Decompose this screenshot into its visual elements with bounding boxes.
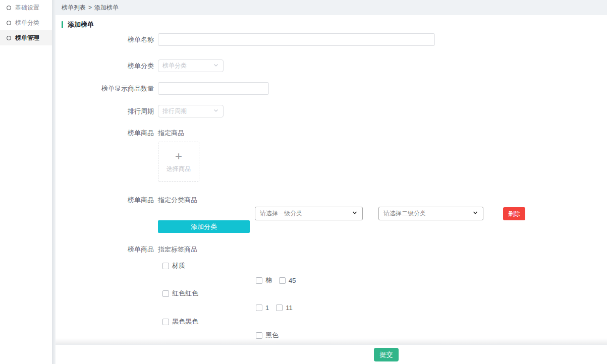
breadcrumb-separator: > <box>88 4 92 11</box>
goods-label-assign: 榜单商品 <box>56 129 154 137</box>
goods-label-category: 榜单商品 <box>56 196 154 204</box>
footer-shadow <box>56 338 607 344</box>
sidebar-item-label: 榜单分类 <box>15 19 39 27</box>
breadcrumb: 榜单列表 > 添加榜单 <box>56 0 607 15</box>
checkbox[interactable] <box>256 305 262 311</box>
plus-icon: + <box>175 151 182 162</box>
sidebar-content-divider <box>52 0 56 364</box>
sidebar-item-label: 基础设置 <box>15 4 39 12</box>
ranking-category-placeholder: 榜单分类 <box>162 62 187 70</box>
checkbox-label: 11 <box>286 304 293 312</box>
ranking-category-label: 榜单分类 <box>56 59 154 72</box>
tag-group-parent-row: 黑色黑色 <box>162 318 198 325</box>
select-goods-picker[interactable]: + 选择商品 <box>158 142 199 182</box>
page-title: 添加榜单 <box>62 20 94 29</box>
tag-group-parent-row: 红色红色 <box>162 290 198 297</box>
sidebar-item-basic-settings[interactable]: 基础设置 <box>0 0 52 15</box>
page-title-text: 添加榜单 <box>68 20 94 29</box>
add-category-button[interactable]: 添加分类 <box>158 220 250 233</box>
sidebar: 基础设置 榜单分类 榜单管理 <box>0 0 52 364</box>
tag-checkbox-item: 棉 <box>256 276 272 285</box>
sidebar-item-ranking-category[interactable]: 榜单分类 <box>0 15 52 30</box>
category-goods-sublabel: 指定分类商品 <box>158 196 197 204</box>
sidebar-item-ranking-management[interactable]: 榜单管理 <box>0 30 52 45</box>
checkbox-label: 棉 <box>265 276 272 285</box>
display-count-label: 榜单显示商品数量 <box>56 82 154 95</box>
tag-checkbox-item: 材质 <box>162 261 185 270</box>
ranking-category-select[interactable]: 榜单分类 <box>158 59 224 72</box>
checkbox-label: 黑色黑色 <box>172 317 198 326</box>
level1-category-placeholder: 请选择一级分类 <box>260 209 302 218</box>
sidebar-item-label: 榜单管理 <box>15 34 39 42</box>
checkbox[interactable] <box>162 263 169 269</box>
tag-checkbox-item: 11 <box>276 304 293 312</box>
ranking-name-label: 榜单名称 <box>56 33 154 46</box>
ranking-cycle-select[interactable]: 排行周期 <box>158 105 224 117</box>
checkbox-label: 材质 <box>172 261 185 270</box>
checkbox[interactable] <box>162 290 169 297</box>
checkbox[interactable] <box>256 277 262 284</box>
circle-icon <box>7 6 11 10</box>
tag-group-children-row: 黑色 <box>256 332 279 339</box>
tag-goods-sublabel: 指定标签商品 <box>158 246 197 254</box>
display-count-input[interactable] <box>158 82 269 95</box>
add-ranking-form-card: 添加榜单 榜单名称 榜单分类 榜单分类 榜单显示商品数量 排行周期 排行周期 榜… <box>56 15 607 344</box>
footer-bar: 提交 <box>56 344 607 364</box>
tag-group-children-row: 1 11 <box>256 304 293 311</box>
assign-goods-sublabel: 指定商品 <box>158 129 184 137</box>
circle-icon <box>7 21 11 25</box>
level2-category-select[interactable]: 请选择二级分类 <box>378 207 483 220</box>
checkbox[interactable] <box>276 305 283 311</box>
chevron-down-icon <box>472 210 478 217</box>
level2-category-placeholder: 请选择二级分类 <box>383 209 426 218</box>
checkbox[interactable] <box>279 277 286 284</box>
tag-checkbox-item: 45 <box>279 277 296 284</box>
ranking-name-input[interactable] <box>158 33 435 46</box>
chevron-down-icon <box>213 62 219 70</box>
checkbox-label: 45 <box>289 277 296 284</box>
checkbox-label: 红色红色 <box>172 289 198 298</box>
chevron-down-icon <box>213 107 219 115</box>
breadcrumb-current: 添加榜单 <box>94 4 119 12</box>
delete-button[interactable]: 删除 <box>503 207 525 220</box>
checkbox[interactable] <box>256 332 262 339</box>
tag-group-children-row: 棉 45 <box>256 277 296 284</box>
circle-icon <box>7 36 11 40</box>
submit-button[interactable]: 提交 <box>374 348 399 361</box>
breadcrumb-parent-link[interactable]: 榜单列表 <box>62 4 86 12</box>
select-goods-picker-text: 选择商品 <box>167 165 191 173</box>
tag-checkbox-item: 1 <box>256 304 269 312</box>
tag-group-parent-row: 材质 <box>162 262 185 269</box>
tag-checkbox-item: 红色红色 <box>162 289 198 298</box>
ranking-cycle-label: 排行周期 <box>56 105 154 117</box>
level1-category-select[interactable]: 请选择一级分类 <box>255 207 363 220</box>
chevron-down-icon <box>352 210 358 217</box>
goods-label-tag: 榜单商品 <box>56 246 154 254</box>
ranking-cycle-placeholder: 排行周期 <box>162 107 187 115</box>
tag-checkbox-item: 黑色黑色 <box>162 317 198 326</box>
title-accent-bar <box>62 21 63 28</box>
checkbox-label: 1 <box>265 304 269 312</box>
checkbox[interactable] <box>162 319 169 325</box>
